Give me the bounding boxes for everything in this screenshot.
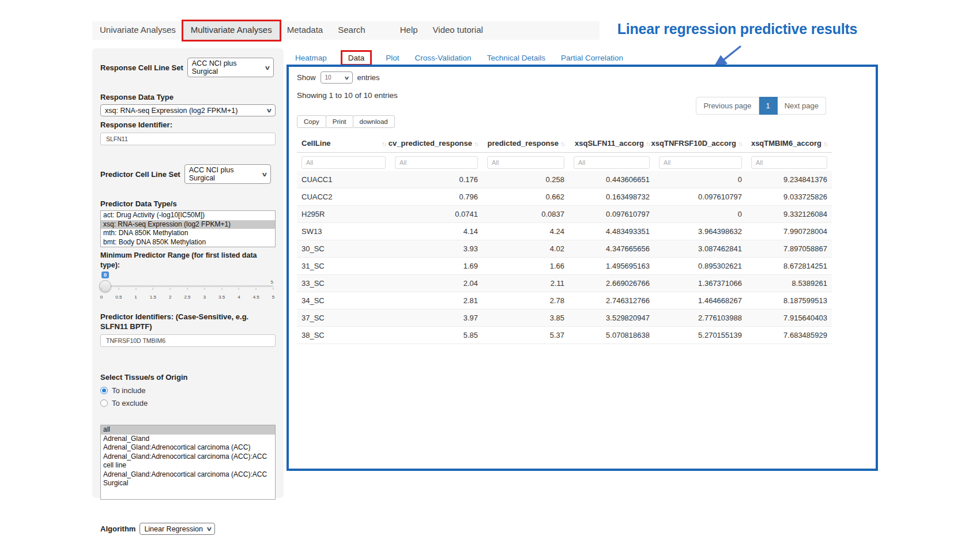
pagination: Previous page 1 Next page	[696, 97, 826, 115]
response-cell-line-set-select[interactable]: ACC NCI plus Surgical v	[187, 58, 274, 77]
annotation-title: Linear regression predictive results	[610, 21, 865, 37]
slider-tickmark	[135, 288, 136, 290]
slider-tick-label: 4	[238, 295, 240, 300]
column-label: predicted_response	[487, 139, 559, 148]
nav-item-video-tutorial[interactable]: Video tutorial	[425, 21, 491, 40]
cell-value: 2.81	[390, 292, 483, 309]
radio-checked-icon[interactable]	[100, 387, 108, 394]
filter-input-predicted-response[interactable]	[487, 156, 564, 169]
cell-value: 8.672814251	[747, 258, 832, 274]
table-filter-row	[297, 153, 832, 171]
response-cell-line-set-label: Response Cell Line Set	[100, 63, 183, 73]
min-predictor-range-label: Minimum Predictor Range (for first liste…	[100, 251, 276, 270]
print-button[interactable]: Print	[326, 115, 353, 128]
sort-icon[interactable]: ↑↓	[738, 140, 742, 147]
column-header-xsqtnfrsf10d-accorg[interactable]: xsqTNFRSF10D_accorg↑↓	[654, 135, 747, 152]
tissue-option[interactable]: Adrenal_Gland:Adrenocortical carcinoma (…	[101, 443, 275, 452]
predictor-cell-line-set-select[interactable]: ACC NCI plus Surgical v	[184, 164, 271, 184]
download-button[interactable]: download	[353, 115, 395, 128]
filter-input-xsqslfn11-accorg[interactable]	[574, 156, 650, 169]
radio-label: To include	[112, 386, 146, 395]
sort-icon[interactable]: ↑↓	[823, 140, 827, 147]
slider-tickmark	[239, 288, 239, 290]
sort-icon[interactable]: ↑↓	[646, 140, 650, 147]
tab-plot[interactable]: Plot	[386, 54, 399, 62]
sort-icon[interactable]: ↑↓	[474, 140, 478, 147]
column-header-predicted-response[interactable]: predicted_response↑↓	[483, 135, 569, 152]
algorithm-label: Algorithm	[100, 524, 135, 534]
cell-line-value: H295R	[297, 206, 390, 222]
tab-data[interactable]: Data	[342, 52, 371, 64]
table-row: SW134.144.244.4834933513.9643986327.9907…	[297, 222, 832, 240]
tab-heatmap[interactable]: Heatmap	[295, 54, 327, 62]
sort-icon[interactable]: ↑↓	[560, 140, 564, 147]
column-header-cellline[interactable]: CellLine↑↓	[297, 135, 390, 152]
cell-value: 0.0741	[390, 206, 483, 222]
cell-line-value: 33_SC	[297, 275, 390, 292]
slider-tick-label: 2.5	[184, 295, 190, 300]
cell-value: 1.367371066	[654, 275, 747, 292]
tissue-radio-to-include[interactable]: To include	[100, 386, 276, 395]
nav-item-multivariate-analyses[interactable]: Multivariate Analyses	[183, 21, 280, 40]
tissue-option[interactable]: Adrenal_Gland	[101, 435, 275, 444]
nav-item-help[interactable]: Help	[393, 21, 425, 40]
tissue-listbox[interactable]: allAdrenal_GlandAdrenal_Gland:Adrenocort…	[100, 425, 276, 500]
tissue-radio-to-exclude[interactable]: To exclude	[100, 399, 276, 407]
filter-input-xsqtnfrsf10d-accorg[interactable]	[659, 156, 742, 169]
cell-line-value: CUACC2	[297, 188, 390, 205]
predictor-data-types-listbox[interactable]: act: Drug Activity (-log10[IC50M])xsq: R…	[100, 210, 276, 247]
cell-value: 5.85	[390, 327, 483, 344]
nav-item-univariate-analyses[interactable]: Univariate Analyses	[92, 21, 183, 40]
page-length-select[interactable]: 10 v	[321, 71, 353, 84]
datatype-option-mth[interactable]: mth: DNA 850K Methylation	[101, 229, 275, 238]
nav-item-search[interactable]: Search	[330, 21, 373, 40]
slider-tickmark	[101, 288, 102, 290]
slider-tickmark	[204, 288, 205, 290]
tissue-option[interactable]: Adrenal_Gland:Adrenocortical carcinoma (…	[101, 452, 275, 470]
cell-value: 9.033725826	[747, 188, 832, 205]
slider-track[interactable]: 0 5	[101, 285, 273, 287]
nav-item-metadata[interactable]: Metadata	[280, 21, 331, 40]
algorithm-select[interactable]: Linear Regression v	[140, 523, 215, 535]
response-cell-line-set-value: ACC NCI plus Surgical	[192, 59, 261, 76]
tab-cross-validation[interactable]: Cross-Validation	[415, 54, 472, 62]
top-nav: Univariate AnalysesMultivariate Analyses…	[92, 21, 600, 40]
min-predictor-range-slider: 0 5 00.511.522.533.544.55	[100, 278, 276, 306]
sort-icon[interactable]: ↑↓	[382, 140, 386, 147]
column-header-cv-predicted-response[interactable]: cv_predicted_response↑↓	[390, 135, 483, 152]
slider-tickmark	[256, 288, 257, 290]
predictor-cell-line-set-label: Predictor Cell Line Set	[100, 169, 180, 179]
cell-value: 1.495695163	[569, 258, 654, 274]
predictor-identifiers-input[interactable]: TNFRSF10D TMBIM6	[100, 334, 276, 347]
radio-unchecked-icon[interactable]	[100, 399, 108, 407]
slider-tick-label: 3	[203, 295, 206, 300]
response-identifier-input[interactable]: SLFN11	[100, 133, 276, 145]
tissue-option[interactable]: Adrenal_Gland:Adrenocortical carcinoma (…	[101, 470, 275, 488]
tissue-option[interactable]: all	[101, 425, 275, 435]
cell-value: 9.332126084	[747, 206, 832, 222]
chevron-down-icon: v	[265, 65, 270, 71]
cell-value: 2.776103988	[654, 310, 747, 326]
datatype-option-bmt[interactable]: bmt: Body DNA 850K Methylation	[101, 238, 275, 247]
copy-button[interactable]: Copy	[297, 115, 326, 128]
cell-value: 3.087462841	[654, 240, 747, 257]
filter-input-cellline[interactable]	[301, 156, 386, 169]
page-1-button[interactable]: 1	[759, 97, 778, 115]
column-header-xsqtmbim6-accorg[interactable]: xsqTMBIM6_accorg↑↓	[747, 135, 832, 152]
filter-input-cv-predicted-response[interactable]	[395, 156, 478, 169]
datatype-option-act[interactable]: act: Drug Activity (-log10[IC50M])	[101, 211, 275, 220]
tab-partial-correlation[interactable]: Partial Correlation	[561, 54, 623, 62]
predictor-data-types-label: Predictor Data Type/s	[100, 199, 276, 209]
datatype-option-xsq[interactable]: xsq: RNA-seq Expression (log2 FPKM+1)	[101, 220, 275, 229]
tab-technical-details[interactable]: Technical Details	[487, 54, 545, 62]
slider-handle[interactable]	[99, 280, 111, 292]
next-page-button[interactable]: Next page	[778, 97, 826, 115]
filter-input-xsqtmbim6-accorg[interactable]	[751, 156, 827, 169]
slider-tick-label: 4.5	[253, 295, 259, 300]
response-data-type-select[interactable]: xsq: RNA-seq Expression (log2 FPKM+1) v	[100, 104, 276, 116]
cell-value: 1.66	[483, 258, 569, 274]
previous-page-button[interactable]: Previous page	[696, 97, 759, 115]
cell-value: 2.669026766	[569, 275, 654, 292]
column-label: xsqTMBIM6_accorg	[751, 139, 821, 148]
column-header-xsqslfn11-accorg[interactable]: xsqSLFN11_accorg↑↓	[569, 135, 654, 152]
